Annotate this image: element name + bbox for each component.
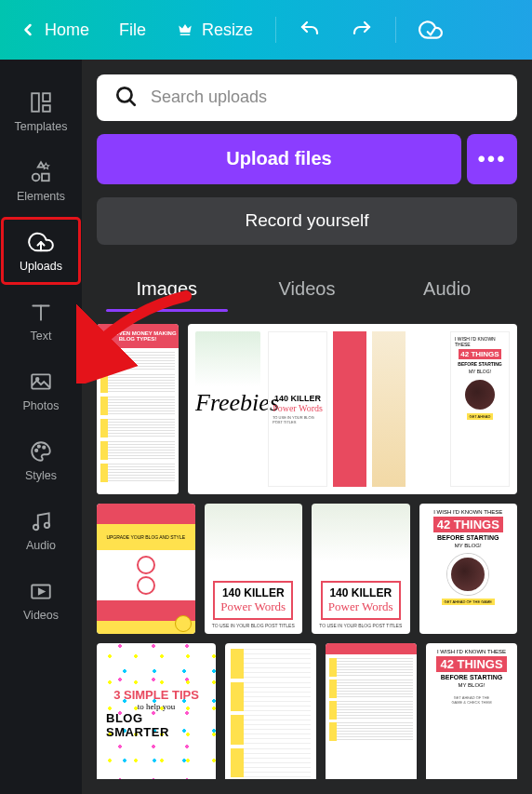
thumb-text: BLOG SMARTER [106,711,206,739]
sidebar-item-audio[interactable]: Audio [0,495,82,565]
thumb-text: 140 KILLER [328,586,393,599]
upload-thumb[interactable]: 140 KILLER Power Words TO USE IN YOUR BL… [205,504,303,634]
upload-thumb[interactable]: 3 SIMPLE TIPS to help you BLOG SMARTER [97,643,216,779]
svg-point-7 [36,378,39,381]
thumb-text: Freebies [195,389,260,417]
text-icon [28,299,54,325]
thumb-text: MY BLOG! [459,682,485,688]
thumb-text: BEFORE STARTING [441,674,502,680]
upload-more-button[interactable]: ••• [467,134,517,184]
thumb-text: 42 THINGS [433,517,503,532]
resize-label: Resize [202,20,253,40]
thumb-text: TO USE IN YOUR BLOG POST TITLES [273,415,323,424]
cloud-save-button[interactable] [407,10,454,49]
sidebar-item-uploads[interactable]: Uploads [0,216,82,286]
elements-icon [28,159,54,185]
upload-thumb[interactable] [326,643,417,779]
thumb-text: I WISH I'D KNOWN THESE [455,336,505,347]
svg-point-11 [33,525,38,530]
upload-thumb[interactable]: Freebies 140 KILLER Power Words TO USE I… [188,324,517,494]
more-icon: ••• [477,146,506,172]
crown-icon [176,20,194,39]
thumb-text: 42 THINGS [459,349,500,359]
upload-gallery: 12 PROVEN MONEY MAKING BLOG TYPES! [97,324,517,779]
thumb-text: TO USE IN YOUR BLOG POST TITLES [319,623,402,628]
sidebar-item-label: Elements [17,190,65,203]
upload-thumb[interactable]: I WISH I'D KNOWN THESE 42 THINGS BEFORE … [426,643,517,779]
svg-rect-2 [43,105,50,112]
thumb-text: Power Words [273,403,323,413]
search-input[interactable] [151,87,500,107]
thumb-text: I WISH I'D KNOWN THESE [433,509,502,515]
uploads-panel: Upload files ••• Record yourself Images … [82,60,532,794]
upload-thumb[interactable] [225,643,316,779]
svg-point-10 [43,446,45,448]
upload-thumb[interactable]: I WISH I'D KNOWN THESE 42 THINGS BEFORE … [419,504,518,634]
upload-thumb[interactable]: 140 KILLER Power Words TO USE IN YOUR BL… [312,504,410,634]
thumb-text: MY BLOG! [469,369,491,374]
thumb-text: to help you [138,702,176,711]
upload-thumb[interactable]: 12 PROVEN MONEY MAKING BLOG TYPES! [97,324,179,494]
sidebar-item-label: Templates [15,120,68,133]
thumb-text: 3 SIMPLE TIPS [113,688,199,702]
thumb-text: MY BLOG! [455,543,482,548]
top-toolbar: Home File Resize [0,0,532,60]
sidebar-item-label: Audio [26,539,56,552]
thumb-text: Power Words [328,599,393,614]
sidebar-item-templates[interactable]: Templates [0,76,82,146]
thumb-text: BEFORE STARTING [458,361,501,367]
search-uploads[interactable] [97,74,517,121]
thumb-title: 12 PROVEN MONEY MAKING BLOG TYPES! [97,324,179,348]
thumb-text: 42 THINGS [436,656,506,672]
upload-thumb[interactable]: UPGRADE YOUR BLOG AND STYLE [97,504,195,634]
sidebar-item-label: Styles [25,469,57,482]
thumb-text: BEFORE STARTING [437,534,499,541]
thumb-text: TO USE IN YOUR BLOG POST TITLES [212,623,295,628]
sidebar-item-elements[interactable]: Elements [0,146,82,216]
svg-marker-14 [39,589,44,594]
search-icon [113,84,138,112]
audio-icon [28,508,54,534]
resize-button[interactable]: Resize [165,13,264,47]
sidebar-item-videos[interactable]: Videos [0,565,82,635]
thumb-text: Power Words [220,599,286,614]
home-button[interactable]: Home [7,13,100,47]
uploads-tabs: Images Videos Audio [97,267,517,311]
file-label: File [119,20,146,40]
chevron-left-icon [19,20,37,39]
tab-videos[interactable]: Videos [237,267,378,311]
thumb-text: 140 KILLER [220,586,286,599]
svg-rect-4 [42,174,49,182]
record-yourself-button[interactable]: Record yourself [97,197,517,246]
templates-icon [28,89,54,115]
sidebar-item-label: Videos [23,609,59,622]
sidebar-item-text[interactable]: Text [0,286,82,356]
thumb-text: 140 KILLER [274,394,321,403]
photos-icon [28,369,54,395]
svg-point-9 [38,445,40,447]
svg-point-8 [35,450,37,451]
svg-line-17 [129,100,134,104]
thumb-text: UPGRADE YOUR BLOG AND STYLE [97,524,195,550]
tab-audio[interactable]: Audio [377,267,517,311]
divider [275,17,276,43]
sidebar-item-photos[interactable]: Photos [0,356,82,425]
sidebar-item-label: Text [31,330,52,343]
file-button[interactable]: File [108,13,157,47]
sidebar-item-styles[interactable]: Styles [0,425,82,495]
svg-rect-6 [32,374,50,388]
svg-rect-1 [43,93,50,101]
videos-icon [28,578,54,604]
redo-button[interactable] [339,11,384,48]
svg-point-12 [45,523,49,528]
cloud-upload-icon [28,229,54,255]
palette-icon [28,438,54,464]
undo-button[interactable] [287,11,332,48]
svg-point-3 [33,174,40,182]
sidebar: Templates Elements Uploads Text Photos [0,60,82,794]
tab-images[interactable]: Images [97,267,237,311]
sidebar-item-label: Photos [23,399,60,412]
upload-files-button[interactable]: Upload files [97,134,461,184]
svg-rect-0 [32,93,39,112]
home-label: Home [45,20,89,40]
